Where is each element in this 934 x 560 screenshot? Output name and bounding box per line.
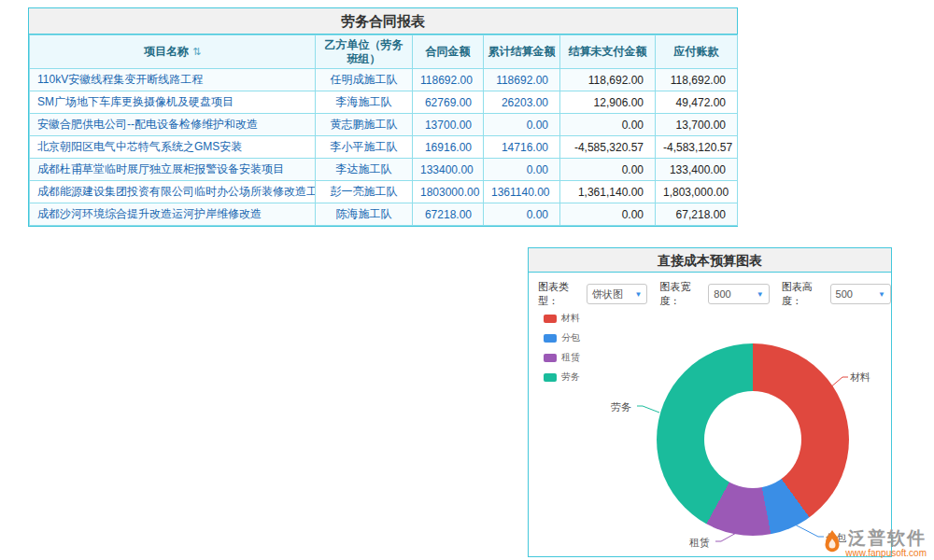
chevron-down-icon: ▼: [757, 290, 764, 299]
cell-party-b-unit[interactable]: 彭一亮施工队: [316, 181, 413, 203]
table-row[interactable]: 北京朝阳区电气中芯特气系统之GMS安装李小平施工队16916.0014716.0…: [30, 136, 738, 159]
chart-height-control: 图表高度： 500 ▼: [782, 280, 891, 308]
cell-unpaid-amount: 0.00: [560, 203, 656, 226]
direct-cost-budget-chart-panel: 直接成本预算图表 图表类型： 饼状图 ▼ 图表宽度： 800 ▼ 图表高度： 5…: [528, 247, 892, 557]
table-row[interactable]: 成都能源建设集团投资有限公司临时办公场所装修改造工程EPC彭一亮施工队18030…: [30, 181, 738, 203]
chart-title: 直接成本预算图表: [529, 248, 891, 273]
cell-contract-amount: 1803000.00: [413, 181, 484, 203]
cell-unpaid-amount: 0.00: [560, 159, 656, 181]
slice-label-material: 材料: [850, 371, 870, 385]
cell-party-b-unit[interactable]: 陈海施工队: [316, 203, 413, 226]
cell-payable-amount: 67,218.00: [656, 203, 738, 226]
brand-name: 泛普软件: [848, 529, 927, 548]
chart-height-value: 500: [836, 288, 853, 300]
legend-item[interactable]: 分包: [544, 331, 580, 344]
cell-settled-amount: 0.00: [484, 203, 560, 226]
col-project-name[interactable]: 项目名称⇅: [30, 35, 316, 69]
cell-payable-amount: 1,803,000.00: [656, 181, 738, 203]
table-row[interactable]: 成都沙河环境综合提升改造运河护岸维修改造陈海施工队67218.000.000.0…: [30, 203, 738, 226]
table-row[interactable]: 成都杜甫草堂临时展厅独立展柜报警设备安装项目李达施工队133400.000.00…: [30, 159, 738, 181]
cell-unpaid-amount: -4,585,320.57: [560, 136, 656, 159]
chart-width-select[interactable]: 800 ▼: [708, 284, 769, 304]
table-row[interactable]: SM广场地下车库更换摄像机及硬盘项目李海施工队62769.0026203.001…: [30, 91, 738, 114]
cell-contract-amount: 62769.00: [413, 91, 484, 114]
cell-unpaid-amount: 12,906.00: [560, 91, 656, 114]
cell-settled-amount: 1361140.00: [484, 181, 560, 203]
cell-contract-amount: 67218.00: [413, 203, 484, 226]
brand-watermark: 泛普软件 www.fanpusoft.com: [823, 529, 927, 558]
chart-legend: 材料分包租赁劳务: [544, 312, 580, 384]
report-table-body: 110kV安徽线程集变开断线路工程任明成施工队118692.00118692.0…: [30, 69, 738, 226]
col-settled-amount[interactable]: 累计结算金额: [484, 35, 560, 69]
legend-swatch: [544, 354, 557, 362]
cell-project-name[interactable]: 成都沙河环境综合提升改造运河护岸维修改造: [30, 203, 316, 226]
chart-type-label: 图表类型：: [538, 280, 584, 308]
chart-type-value: 饼状图: [592, 287, 623, 301]
cell-project-name[interactable]: 北京朝阳区电气中芯特气系统之GMS安装: [30, 136, 316, 159]
legend-label: 材料: [561, 312, 580, 325]
col-party-b-unit[interactable]: 乙方单位（劳务班组）: [316, 35, 413, 69]
table-row[interactable]: 110kV安徽线程集变开断线路工程任明成施工队118692.00118692.0…: [30, 69, 738, 91]
report-title: 劳务合同报表: [29, 8, 737, 35]
cell-settled-amount: 0.00: [484, 114, 560, 136]
cell-party-b-unit[interactable]: 李海施工队: [316, 91, 413, 114]
slice-label-labor: 劳务: [611, 400, 631, 414]
cell-settled-amount: 26203.00: [484, 91, 560, 114]
cell-project-name[interactable]: SM广场地下车库更换摄像机及硬盘项目: [30, 91, 316, 114]
cell-unpaid-amount: 0.00: [560, 114, 656, 136]
cell-project-name[interactable]: 110kV安徽线程集变开断线路工程: [30, 69, 316, 91]
legend-item[interactable]: 劳务: [544, 371, 580, 384]
cell-unpaid-amount: 1,361,140.00: [560, 181, 656, 203]
cell-payable-amount: 133,400.00: [656, 159, 738, 181]
cell-contract-amount: 118692.00: [413, 69, 484, 91]
legend-label: 分包: [561, 331, 580, 344]
chevron-down-icon: ▼: [634, 290, 642, 299]
col-project-name-label: 项目名称: [144, 45, 189, 58]
chart-height-select[interactable]: 500 ▼: [830, 284, 891, 304]
cell-settled-amount: 0.00: [484, 159, 560, 181]
legend-label: 租赁: [561, 351, 580, 364]
legend-swatch: [544, 315, 557, 323]
cell-payable-amount: 49,472.00: [656, 91, 738, 114]
legend-swatch: [544, 373, 557, 382]
chart-height-label: 图表高度：: [782, 280, 828, 308]
cell-payable-amount: -4,583,120.57: [656, 136, 738, 159]
chevron-down-icon: ▼: [878, 290, 885, 299]
sort-icon[interactable]: ⇅: [192, 46, 201, 57]
table-row[interactable]: 安徽合肥供电公司--配电设备检修维护和改造黄志鹏施工队13700.000.000…: [30, 114, 738, 136]
col-unpaid-amount[interactable]: 结算未支付金额: [560, 35, 656, 69]
cell-settled-amount: 118692.00: [484, 69, 560, 91]
legend-item[interactable]: 租赁: [544, 351, 580, 364]
brand-text-block: 泛普软件 www.fanpusoft.com: [845, 529, 927, 558]
table-header-row: 项目名称⇅ 乙方单位（劳务班组） 合同金额 累计结算金额 结算未支付金额 应付账…: [30, 35, 738, 69]
cell-project-name[interactable]: 成都杜甫草堂临时展厅独立展柜报警设备安装项目: [30, 159, 316, 181]
chart-type-select[interactable]: 饼状图 ▼: [587, 284, 647, 304]
cell-unpaid-amount: 118,692.00: [560, 69, 656, 91]
col-contract-amount[interactable]: 合同金额: [413, 35, 484, 69]
flame-icon: [823, 529, 842, 553]
cell-party-b-unit[interactable]: 李小平施工队: [316, 136, 413, 159]
col-payable-amount[interactable]: 应付账款: [656, 35, 738, 69]
chart-width-control: 图表宽度： 800 ▼: [659, 280, 769, 308]
legend-swatch: [544, 334, 557, 343]
chart-type-control: 图表类型： 饼状图 ▼: [538, 280, 647, 308]
labor-contract-report-panel: 劳务合同报表 项目名称⇅ 乙方单位（劳务班组） 合同金额 累计结算金额 结算未支…: [28, 7, 738, 227]
cell-party-b-unit[interactable]: 黄志鹏施工队: [316, 114, 413, 136]
cell-contract-amount: 16916.00: [413, 136, 484, 159]
cell-project-name[interactable]: 成都能源建设集团投资有限公司临时办公场所装修改造工程EPC: [30, 181, 316, 203]
cell-party-b-unit[interactable]: 李达施工队: [316, 159, 413, 181]
chart-width-value: 800: [714, 288, 730, 300]
legend-label: 劳务: [561, 371, 580, 384]
chart-controls: 图表类型： 饼状图 ▼ 图表宽度： 800 ▼ 图表高度： 500 ▼: [538, 280, 891, 308]
report-table: 项目名称⇅ 乙方单位（劳务班组） 合同金额 累计结算金额 结算未支付金额 应付账…: [29, 35, 738, 226]
legend-item[interactable]: 材料: [544, 312, 580, 325]
cell-settled-amount: 14716.00: [484, 136, 560, 159]
chart-width-label: 图表宽度：: [659, 280, 705, 308]
donut-hole: [704, 391, 801, 488]
cell-payable-amount: 118,692.00: [656, 69, 738, 91]
donut-chart[interactable]: [657, 343, 849, 536]
cell-party-b-unit[interactable]: 任明成施工队: [316, 69, 413, 91]
cell-payable-amount: 13,700.00: [656, 114, 738, 136]
slice-label-lease: 租赁: [689, 536, 710, 550]
cell-project-name[interactable]: 安徽合肥供电公司--配电设备检修维护和改造: [30, 114, 316, 136]
